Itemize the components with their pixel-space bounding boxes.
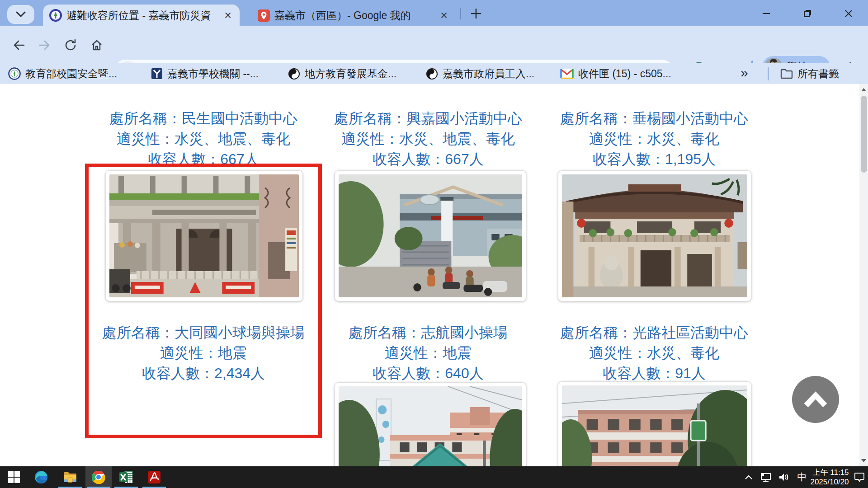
chevron-up-icon <box>745 474 753 480</box>
taskbar-acrobat[interactable] <box>141 466 167 488</box>
back-button[interactable] <box>11 37 27 53</box>
school-building-photo <box>562 385 747 466</box>
tray-volume[interactable] <box>775 466 793 488</box>
gov-site-favicon <box>49 9 62 22</box>
shelter-photo-zhihang[interactable] <box>335 170 526 301</box>
shelter-name: 處所名稱：志航國小操場 <box>330 323 526 343</box>
acrobat-icon <box>148 471 160 483</box>
shelter-hazards: 適災性：水災、地震、毒化 <box>311 129 546 149</box>
windows-logo-icon <box>8 471 20 483</box>
plus-icon <box>470 8 482 19</box>
shelter-hazards: 適災性：水災、毒化 <box>555 343 754 363</box>
browser-tab-strip: 避難收容所位置 - 嘉義市防災資 × 嘉義市（西區）- Google 我的 × <box>0 0 868 26</box>
tab-close-icon[interactable]: × <box>439 9 449 22</box>
clock-date: 2025/10/20 <box>810 477 849 487</box>
shelter-photo-row2-col2[interactable] <box>335 382 526 466</box>
shelter-capacity: 收容人數：667人 <box>86 149 321 169</box>
restore-button[interactable] <box>797 6 818 21</box>
close-window-button[interactable] <box>838 6 859 21</box>
shelter-name: 處所名稱：垂楊國小活動中心 <box>537 108 772 129</box>
shelter-name: 處所名稱：民生國中活動中心 <box>86 108 321 129</box>
tab-close-icon[interactable]: × <box>222 9 233 22</box>
desktop: 避難收容所位置 - 嘉義市防災資 × 嘉義市（西區）- Google 我的 × <box>0 0 868 488</box>
tray-action-center[interactable] <box>851 466 868 488</box>
scroll-down-arrow[interactable] <box>859 456 868 465</box>
new-tab-button[interactable] <box>470 8 482 19</box>
shelter-card-text-highlighted: 處所名稱：大同國小球場與操場 適災性：地震 收容人數：2,434人 <box>97 323 310 384</box>
minimize-button[interactable] <box>756 6 777 21</box>
home-icon <box>90 38 104 52</box>
shelter-card-text: 處所名稱：民生國中活動中心 適災性：水災、地震、毒化 收容人數：667人 <box>86 108 321 169</box>
tab-google-mymaps[interactable]: 嘉義市（西區）- Google 我的 × <box>251 5 456 26</box>
tab-separator <box>460 8 461 19</box>
all-bookmarks-button[interactable]: 所有書籤 <box>780 66 839 81</box>
minimize-icon <box>761 9 771 19</box>
bookmark-label: 嘉義市政府員工入... <box>443 67 534 81</box>
bookmark-employee-portal[interactable]: 嘉義市政府員工入... <box>426 66 534 81</box>
network-icon <box>760 472 772 482</box>
shelter-capacity: 收容人數：91人 <box>555 363 754 384</box>
community-center-photo <box>562 174 747 297</box>
shelter-card-text: 處所名稱：垂楊國小活動中心 適災性：水災、毒化 收容人數：1,195人 <box>537 108 772 169</box>
edge-icon <box>34 470 48 484</box>
tab-evacuation-shelter[interactable]: 避難收容所位置 - 嘉義市防災資 × <box>43 5 240 26</box>
shelter-name: 處所名稱：興嘉國小活動中心 <box>311 108 546 129</box>
shelter-photo-row2-col3[interactable] <box>558 381 751 466</box>
tab-title: 避難收容所位置 - 嘉義市防災資 <box>66 9 218 23</box>
shelter-card-text: 處所名稱：興嘉國小活動中心 適災性：水災、地震、毒化 收容人數：667人 <box>311 108 546 169</box>
tray-ime-indicator[interactable]: 中 <box>794 466 810 488</box>
swirl-logo-icon <box>288 68 300 80</box>
windows-taskbar: 中 上午 11:15 2025/10/20 <box>0 466 868 488</box>
tray-show-hidden-icons[interactable] <box>741 466 757 488</box>
school-gate-photo <box>339 174 522 297</box>
browser-toolbar: dpinfo.chiayi.gov.tw/EvacuationShelter.a… <box>0 26 868 63</box>
shelter-hazards: 適災性：地震 <box>97 343 310 363</box>
tab-search-button[interactable] <box>7 5 34 24</box>
bookmarks-overflow-button[interactable]: » <box>741 65 748 80</box>
home-button[interactable] <box>89 37 105 53</box>
close-icon <box>844 9 854 19</box>
start-button[interactable] <box>1 466 27 488</box>
folder-icon <box>780 68 793 79</box>
scroll-up-arrow[interactable] <box>859 85 868 94</box>
shelter-name: 處所名稱：光路社區活動中心 <box>555 323 754 343</box>
page-scrollbar[interactable] <box>859 84 868 466</box>
shelter-capacity: 收容人數：1,195人 <box>537 149 772 169</box>
file-explorer-icon <box>63 471 77 483</box>
shelter-photo-datong[interactable] <box>105 170 303 301</box>
chevron-down-icon <box>16 11 26 18</box>
bookmark-gmail-inbox[interactable]: 收件匣 (15) - c505... <box>560 66 671 81</box>
bookmark-edu-fund[interactable]: 地方教育發展基金... <box>288 66 396 81</box>
shelter-card-text: 處所名稱：志航國小操場 適災性：地震 收容人數：640人 <box>330 323 526 384</box>
back-to-top-button[interactable] <box>792 376 839 423</box>
shelter-photo-guanglu[interactable] <box>558 170 751 301</box>
shelter-capacity: 收容人數：2,434人 <box>97 363 310 384</box>
taskbar-excel[interactable] <box>113 466 139 488</box>
shelter-hazards: 適災性：水災、地震、毒化 <box>86 129 321 149</box>
restore-icon <box>802 9 812 19</box>
shelter-capacity: 收容人數：640人 <box>330 363 526 384</box>
tab-title: 嘉義市（西區）- Google 我的 <box>274 9 434 23</box>
map-pin-favicon <box>258 9 270 22</box>
notification-icon <box>854 472 865 482</box>
shelter-card-text: 處所名稱：光路社區活動中心 適災性：水災、毒化 收容人數：91人 <box>555 323 754 384</box>
navy-y-icon <box>151 68 163 80</box>
all-bookmarks-label: 所有書籤 <box>797 67 839 81</box>
taskbar-file-explorer[interactable] <box>57 466 83 488</box>
bookmark-label: 嘉義市學校機關 --... <box>167 67 259 81</box>
shelter-name: 處所名稱：大同國小球場與操場 <box>97 323 310 343</box>
shelter-capacity: 收容人數：667人 <box>311 149 546 169</box>
bookmark-label: 收件匣 (15) - c505... <box>578 67 671 81</box>
bookmarks-bar: 教育部校園安全暨... 嘉義市學校機關 --... 地方教育發展基金... 嘉義… <box>0 63 868 84</box>
shelter-hazards: 適災性：地震 <box>330 343 526 363</box>
bookmark-schools[interactable]: 嘉義市學校機關 --... <box>151 66 259 81</box>
excel-icon <box>119 471 133 483</box>
taskbar-edge[interactable] <box>28 466 54 488</box>
tray-clock[interactable]: 上午 11:15 2025/10/20 <box>810 466 849 488</box>
scrollbar-thumb[interactable] <box>861 96 867 173</box>
tray-network[interactable] <box>757 466 775 488</box>
taskbar-chrome[interactable] <box>85 466 112 488</box>
bookmark-moe[interactable]: 教育部校園安全暨... <box>8 66 117 81</box>
forward-button[interactable] <box>36 37 52 53</box>
reload-button[interactable] <box>62 37 79 53</box>
